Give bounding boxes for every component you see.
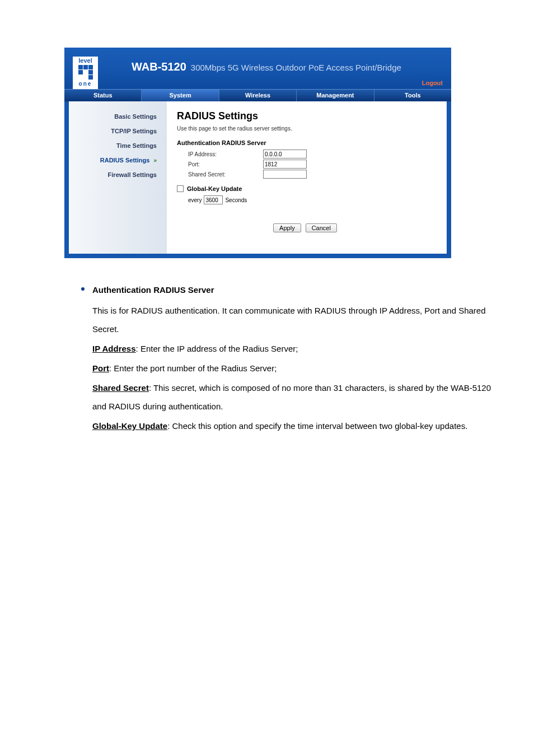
product-desc: 300Mbps 5G Wireless Outdoor PoE Access P… xyxy=(191,63,401,72)
nav-status[interactable]: Status xyxy=(64,90,142,101)
doc-gku: Global-Key Update: Check this option and… xyxy=(92,417,500,435)
nav-wireless[interactable]: Wireless xyxy=(219,90,297,101)
sidebar-item-basic[interactable]: Basic Settings » xyxy=(69,109,167,124)
brand-logo: level one xyxy=(73,57,98,89)
label-global-key-update: Global-Key Update xyxy=(187,185,242,192)
doc-lead: Authentication RADIUS Server xyxy=(92,281,214,299)
sidebar-item-label: TCP/IP Settings xyxy=(111,128,157,134)
input-ip-address[interactable] xyxy=(263,150,307,158)
main-nav: Status System Wireless Management Tools xyxy=(64,89,451,101)
body-area: Basic Settings » TCP/IP Settings » Time … xyxy=(64,101,451,258)
doc-port: Port: Enter the port number of the Radiu… xyxy=(92,359,500,377)
input-shared-secret[interactable] xyxy=(263,170,307,179)
label-shared-secret: Shared Secret: xyxy=(188,171,263,178)
title-area: WAB-5120 300Mbps 5G Wireless Outdoor PoE… xyxy=(132,60,401,73)
sidebar-item-firewall[interactable]: Firewall Settings » xyxy=(69,167,167,182)
label-port: Port: xyxy=(188,161,263,167)
row-global-key-update: Global-Key Update xyxy=(177,185,433,192)
nav-management[interactable]: Management xyxy=(297,90,374,101)
product-name: WAB-5120 xyxy=(132,60,186,73)
checkbox-global-key-update[interactable] xyxy=(177,185,184,192)
page-subtitle: Use this page to set the radius server s… xyxy=(177,125,433,132)
label-seconds: Seconds xyxy=(225,197,247,203)
logout-link[interactable]: Logout xyxy=(422,80,443,86)
logo-text-bottom: one xyxy=(79,81,92,87)
apply-button[interactable]: Apply xyxy=(273,223,301,232)
button-row: Apply Cancel xyxy=(177,223,433,232)
sidebar-item-label: Basic Settings xyxy=(114,113,157,120)
nav-tools[interactable]: Tools xyxy=(374,90,451,101)
sidebar-item-radius[interactable]: RADIUS Settings » xyxy=(69,153,167,167)
sidebar-item-label: RADIUS Settings xyxy=(100,157,150,164)
sidebar-item-tcpip[interactable]: TCP/IP Settings » xyxy=(69,124,167,138)
logo-grid-icon xyxy=(78,65,93,80)
chevron-right-icon: » xyxy=(153,157,157,164)
section-title: Authentication RADIUS Server xyxy=(177,139,433,146)
doc-secret: Shared Secret: This secret, which is com… xyxy=(92,379,500,416)
content-panel: RADIUS Settings Use this page to set the… xyxy=(167,101,447,254)
nav-system[interactable]: System xyxy=(142,90,219,101)
doc-lead2: This is for RADIUS authentication. It ca… xyxy=(92,301,500,338)
input-port[interactable] xyxy=(263,160,307,169)
doc-ip: IP Address: Enter the IP address of the … xyxy=(92,339,500,358)
cancel-button[interactable]: Cancel xyxy=(306,223,337,232)
page-title: RADIUS Settings xyxy=(177,110,433,122)
documentation-text: Authentication RADIUS Server This is for… xyxy=(64,258,534,435)
logo-text-top: level xyxy=(78,57,92,64)
row-ip: IP Address: xyxy=(177,150,433,158)
router-admin-window: level one WAB-5120 300Mbps 5G Wireless O… xyxy=(64,48,451,258)
bullet-icon xyxy=(81,287,85,291)
sidebar-item-time[interactable]: Time Settings » xyxy=(69,138,167,153)
input-gku-seconds[interactable] xyxy=(204,195,223,204)
row-gku-interval: every Seconds xyxy=(177,195,433,204)
header: level one WAB-5120 300Mbps 5G Wireless O… xyxy=(64,48,451,89)
row-port: Port: xyxy=(177,160,433,169)
row-shared-secret: Shared Secret: xyxy=(177,170,433,179)
sidebar-item-label: Time Settings xyxy=(116,142,157,149)
sidebar: Basic Settings » TCP/IP Settings » Time … xyxy=(69,101,167,254)
label-ip: IP Address: xyxy=(188,151,263,157)
label-every: every xyxy=(188,197,202,203)
sidebar-item-label: Firewall Settings xyxy=(108,171,157,178)
